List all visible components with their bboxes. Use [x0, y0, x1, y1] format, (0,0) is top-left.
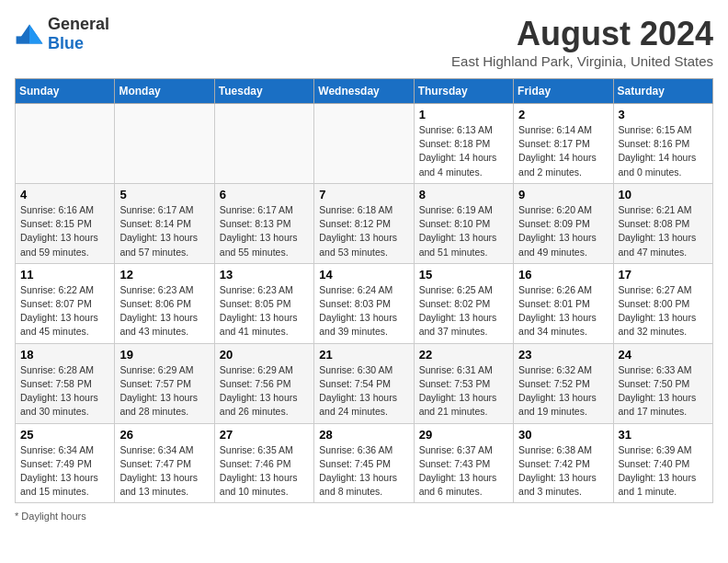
calendar-cell: 19Sunrise: 6:29 AM Sunset: 7:57 PM Dayli…: [115, 343, 214, 423]
calendar-cell: 13Sunrise: 6:23 AM Sunset: 8:05 PM Dayli…: [214, 263, 313, 343]
calendar-cell: 7Sunrise: 6:18 AM Sunset: 8:12 PM Daylig…: [314, 183, 414, 263]
day-info: Sunrise: 6:16 AM Sunset: 8:15 PM Dayligh…: [20, 203, 109, 259]
calendar-cell: 2Sunrise: 6:14 AM Sunset: 8:17 PM Daylig…: [514, 104, 613, 184]
calendar-cell: 21Sunrise: 6:30 AM Sunset: 7:54 PM Dayli…: [314, 343, 414, 423]
calendar-header-monday: Monday: [115, 79, 214, 104]
calendar-week-5: 25Sunrise: 6:34 AM Sunset: 7:49 PM Dayli…: [16, 423, 713, 503]
day-number: 3: [619, 108, 708, 121]
calendar-cell: 10Sunrise: 6:21 AM Sunset: 8:08 PM Dayli…: [613, 183, 712, 263]
logo-icon: [15, 23, 44, 45]
day-number: 13: [220, 268, 309, 282]
day-number: 20: [220, 348, 309, 362]
calendar-cell: 12Sunrise: 6:23 AM Sunset: 8:06 PM Dayli…: [115, 263, 214, 343]
day-info: Sunrise: 6:22 AM Sunset: 8:07 PM Dayligh…: [20, 283, 109, 339]
day-number: 4: [20, 188, 109, 201]
day-info: Sunrise: 6:35 AM Sunset: 7:46 PM Dayligh…: [220, 443, 309, 500]
day-info: Sunrise: 6:32 AM Sunset: 7:52 PM Dayligh…: [518, 363, 608, 419]
day-info: Sunrise: 6:14 AM Sunset: 8:17 PM Dayligh…: [518, 123, 608, 179]
calendar-cell: [115, 104, 214, 184]
day-info: Sunrise: 6:17 AM Sunset: 8:14 PM Dayligh…: [119, 203, 209, 259]
day-number: 15: [419, 268, 508, 282]
day-number: 26: [119, 428, 209, 442]
svg-rect-3: [17, 36, 29, 43]
day-number: 24: [619, 348, 708, 362]
day-info: Sunrise: 6:17 AM Sunset: 8:13 PM Dayligh…: [220, 203, 309, 259]
calendar-cell: 25Sunrise: 6:34 AM Sunset: 7:49 PM Dayli…: [16, 423, 115, 503]
day-info: Sunrise: 6:29 AM Sunset: 7:56 PM Dayligh…: [220, 363, 309, 419]
day-info: Sunrise: 6:15 AM Sunset: 8:16 PM Dayligh…: [619, 123, 708, 179]
logo-blue: Blue: [48, 34, 84, 52]
calendar-cell: 17Sunrise: 6:27 AM Sunset: 8:00 PM Dayli…: [613, 263, 712, 343]
calendar-week-4: 18Sunrise: 6:28 AM Sunset: 7:58 PM Dayli…: [16, 343, 713, 423]
day-number: 9: [518, 188, 608, 201]
calendar-cell: [314, 104, 414, 184]
logo-text: General Blue: [48, 15, 109, 53]
calendar-cell: 3Sunrise: 6:15 AM Sunset: 8:16 PM Daylig…: [613, 104, 712, 184]
calendar-week-3: 11Sunrise: 6:22 AM Sunset: 8:07 PM Dayli…: [16, 263, 713, 343]
day-number: 19: [119, 348, 209, 362]
calendar-cell: [214, 104, 313, 184]
calendar-cell: 24Sunrise: 6:33 AM Sunset: 7:50 PM Dayli…: [613, 343, 712, 423]
day-number: 6: [220, 188, 309, 201]
footer-text: Daylight hours: [21, 511, 85, 522]
day-info: Sunrise: 6:38 AM Sunset: 7:42 PM Dayligh…: [518, 443, 608, 500]
calendar-cell: 28Sunrise: 6:36 AM Sunset: 7:45 PM Dayli…: [314, 423, 414, 503]
day-number: 18: [20, 348, 109, 362]
day-number: 12: [119, 268, 209, 282]
calendar-cell: 23Sunrise: 6:32 AM Sunset: 7:52 PM Dayli…: [514, 343, 613, 423]
calendar-cell: 31Sunrise: 6:39 AM Sunset: 7:40 PM Dayli…: [613, 423, 712, 503]
day-number: 23: [518, 348, 608, 362]
calendar-week-2: 4Sunrise: 6:16 AM Sunset: 8:15 PM Daylig…: [16, 183, 713, 263]
day-number: 17: [619, 268, 708, 282]
calendar-header-friday: Friday: [514, 79, 613, 104]
day-info: Sunrise: 6:23 AM Sunset: 8:06 PM Dayligh…: [119, 283, 209, 339]
calendar-cell: 27Sunrise: 6:35 AM Sunset: 7:46 PM Dayli…: [214, 423, 313, 503]
day-info: Sunrise: 6:25 AM Sunset: 8:02 PM Dayligh…: [419, 283, 508, 339]
day-info: Sunrise: 6:21 AM Sunset: 8:08 PM Dayligh…: [619, 203, 708, 259]
day-number: 31: [619, 428, 708, 442]
day-number: 22: [419, 348, 508, 362]
day-info: Sunrise: 6:26 AM Sunset: 8:01 PM Dayligh…: [518, 283, 608, 339]
calendar-body: 1Sunrise: 6:13 AM Sunset: 8:18 PM Daylig…: [16, 104, 713, 503]
day-number: 25: [20, 428, 109, 442]
day-number: 27: [220, 428, 309, 442]
calendar-header-row: SundayMondayTuesdayWednesdayThursdayFrid…: [16, 79, 713, 104]
header: General Blue August 2024 East Highland P…: [15, 15, 713, 69]
day-number: 1: [419, 108, 508, 121]
calendar-cell: 18Sunrise: 6:28 AM Sunset: 7:58 PM Dayli…: [16, 343, 115, 423]
day-number: 2: [518, 108, 608, 121]
calendar-header-wednesday: Wednesday: [314, 79, 414, 104]
calendar-cell: 15Sunrise: 6:25 AM Sunset: 8:02 PM Dayli…: [414, 263, 513, 343]
footer-note: * Daylight hours: [15, 511, 713, 522]
day-info: Sunrise: 6:27 AM Sunset: 8:00 PM Dayligh…: [619, 283, 708, 339]
day-info: Sunrise: 6:28 AM Sunset: 7:58 PM Dayligh…: [20, 363, 109, 419]
day-info: Sunrise: 6:18 AM Sunset: 8:12 PM Dayligh…: [319, 203, 408, 259]
day-number: 16: [518, 268, 608, 282]
calendar-cell: 26Sunrise: 6:34 AM Sunset: 7:47 PM Dayli…: [115, 423, 214, 503]
day-info: Sunrise: 6:34 AM Sunset: 7:49 PM Dayligh…: [20, 443, 109, 500]
day-info: Sunrise: 6:20 AM Sunset: 8:09 PM Dayligh…: [518, 203, 608, 259]
day-number: 29: [419, 428, 508, 442]
calendar-cell: 20Sunrise: 6:29 AM Sunset: 7:56 PM Dayli…: [214, 343, 313, 423]
calendar: SundayMondayTuesdayWednesdayThursdayFrid…: [15, 78, 713, 503]
day-number: 21: [319, 348, 408, 362]
calendar-cell: 22Sunrise: 6:31 AM Sunset: 7:53 PM Dayli…: [414, 343, 513, 423]
day-info: Sunrise: 6:30 AM Sunset: 7:54 PM Dayligh…: [319, 363, 408, 419]
calendar-cell: 9Sunrise: 6:20 AM Sunset: 8:09 PM Daylig…: [514, 183, 613, 263]
calendar-cell: 6Sunrise: 6:17 AM Sunset: 8:13 PM Daylig…: [214, 183, 313, 263]
subtitle: East Highland Park, Virginia, United Sta…: [451, 53, 713, 69]
day-number: 28: [319, 428, 408, 442]
day-info: Sunrise: 6:13 AM Sunset: 8:18 PM Dayligh…: [419, 123, 508, 179]
calendar-cell: 1Sunrise: 6:13 AM Sunset: 8:18 PM Daylig…: [414, 104, 513, 184]
day-info: Sunrise: 6:31 AM Sunset: 7:53 PM Dayligh…: [419, 363, 508, 419]
calendar-week-1: 1Sunrise: 6:13 AM Sunset: 8:18 PM Daylig…: [16, 104, 713, 184]
calendar-header-tuesday: Tuesday: [214, 79, 313, 104]
title-area: August 2024 East Highland Park, Virginia…: [451, 15, 713, 69]
calendar-cell: 8Sunrise: 6:19 AM Sunset: 8:10 PM Daylig…: [414, 183, 513, 263]
calendar-header-thursday: Thursday: [414, 79, 513, 104]
calendar-cell: 5Sunrise: 6:17 AM Sunset: 8:14 PM Daylig…: [115, 183, 214, 263]
calendar-cell: 4Sunrise: 6:16 AM Sunset: 8:15 PM Daylig…: [16, 183, 115, 263]
calendar-cell: 30Sunrise: 6:38 AM Sunset: 7:42 PM Dayli…: [514, 423, 613, 503]
day-number: 14: [319, 268, 408, 282]
day-info: Sunrise: 6:34 AM Sunset: 7:47 PM Dayligh…: [119, 443, 209, 500]
